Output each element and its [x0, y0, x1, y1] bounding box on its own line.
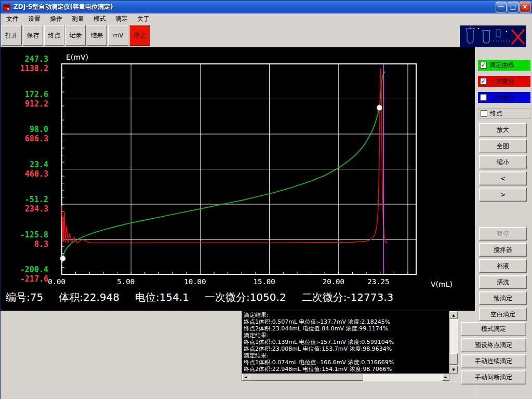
y-label-red: 1138.2 — [20, 64, 48, 73]
checkbox-endpoint[interactable] — [481, 110, 487, 117]
toolbar: 打开保存终点记录结果mV停止 — [1, 24, 532, 47]
legend-label-second-derivative: 二次微分 — [489, 93, 514, 102]
console-line: 终点2体积:23.044mL 电位值:84.0mV 浓度:99.1174% — [244, 325, 448, 332]
button-refill[interactable]: 补液 — [479, 259, 527, 273]
horizontal-scrollbar[interactable]: ◄ ► — [242, 374, 449, 381]
console-line: 终点1体积:0.139mL 电位值:-157.1mV 浓度:0.599104% — [244, 339, 448, 345]
y-label-red: 234.3 — [25, 204, 48, 214]
button-zoom-out[interactable]: 缩小 — [479, 155, 527, 169]
menu-item-about[interactable]: 关于 — [132, 14, 154, 24]
scroll-down-icon[interactable]: ▼ — [449, 366, 458, 374]
status-potential: 电位:154.1 — [135, 291, 189, 303]
x-label: 10.00 — [184, 277, 206, 286]
toolbar-button-result[interactable]: 结果 — [87, 25, 107, 46]
y-label-green: -125.8 — [20, 230, 48, 240]
menu-item-titration[interactable]: 滴定 — [111, 14, 132, 24]
button-pan-right[interactable]: > — [479, 188, 527, 202]
console-text: 滴定结果:终点1体积:0.507mL 电位值:-137.7mV 浓度:2.182… — [244, 312, 448, 373]
scroll-up-icon[interactable]: ▲ — [449, 311, 458, 319]
toolbar-button-stop[interactable]: 停止 — [129, 25, 150, 46]
y-label-green: 23.4 — [30, 160, 48, 169]
button-mode-titration[interactable]: 模式滴定 — [461, 322, 526, 336]
y-axis-title: E(mV) — [66, 53, 88, 61]
button-full-view[interactable]: 全图 — [479, 139, 527, 153]
close-button[interactable]: × — [520, 2, 530, 12]
menu-item-file[interactable]: 文件 — [2, 14, 23, 24]
y-label-red: 8.3 — [34, 240, 48, 249]
menubar: 文件设置操作测量模式滴定关于 — [1, 14, 532, 24]
minimize-button[interactable]: — — [496, 2, 507, 12]
action-buttons: 暂停搅拌器补液清洗预滴定空白滴定 — [479, 227, 527, 324]
x-label: 15.00 — [254, 277, 275, 286]
toolbar-button-save[interactable]: 保存 — [23, 25, 43, 46]
legend-row-second-derivative[interactable]: 二次微分 — [478, 92, 530, 103]
vertical-scroll-thumb[interactable] — [449, 353, 458, 365]
y-label-red: -217.6 — [20, 274, 48, 284]
x-axis-title: V(mL) — [431, 280, 453, 288]
toolbar-button-mv[interactable]: mV — [108, 25, 128, 46]
status-first-derivative: 一次微分:1050.2 — [205, 291, 286, 303]
scroll-left-icon[interactable]: ◄ — [242, 374, 249, 381]
scrollbar-corner — [449, 374, 458, 381]
y-label-green: 98.0 — [30, 125, 48, 134]
maximize-button[interactable]: □ — [508, 2, 518, 12]
menu-item-mode[interactable]: 模式 — [89, 14, 111, 24]
y-label-red: 686.3 — [25, 134, 48, 143]
legend-row-titration-curve[interactable]: ✓滴定曲线 — [478, 60, 530, 71]
checkbox-first-derivative[interactable]: ✓ — [480, 78, 487, 85]
button-manual-continuous-titration[interactable]: 手动连续滴定 — [461, 354, 526, 368]
legend-label-endpoint: 终点 — [490, 109, 502, 118]
scroll-right-icon[interactable]: ► — [442, 374, 449, 381]
y-label-green: -200.4 — [20, 265, 48, 274]
chart-area: 247.3172.698.023.4-51.2-125.8-200.41138.… — [1, 47, 475, 311]
button-pan-left[interactable]: < — [479, 171, 527, 185]
console-line: 终点2体积:23.008mL 电位值:153.7mV 浓度:98.9634% — [244, 345, 448, 352]
legend-row-first-derivative[interactable]: ✓一次微分 — [478, 76, 530, 87]
button-blank-titration[interactable]: 空白滴定 — [479, 308, 527, 321]
titration-plot: 247.3172.698.023.4-51.2-125.8-200.41138.… — [1, 47, 475, 311]
zoom-buttons: 放大全图缩小<> — [479, 123, 527, 204]
console-line: 滴定结果: — [244, 312, 448, 318]
menu-item-operation[interactable]: 操作 — [45, 14, 67, 24]
x-label: 23.25 — [367, 277, 389, 286]
legend-row-endpoint[interactable]: 终点 — [478, 108, 530, 119]
y-label-red: 460.3 — [25, 169, 48, 179]
button-pre-titration[interactable]: 预滴定 — [479, 291, 527, 305]
toolbar-buttons: 打开保存终点记录结果mV停止 — [2, 25, 150, 46]
app-icon — [3, 3, 11, 11]
y-label-green: -51.2 — [25, 195, 48, 204]
toolbar-button-endpoint[interactable]: 终点 — [44, 25, 64, 46]
menu-item-measure[interactable]: 测量 — [67, 14, 89, 24]
vertical-scrollbar[interactable]: ▲ ▼ — [449, 311, 458, 374]
legend-label-first-derivative: 一次微分 — [489, 77, 514, 86]
button-clean[interactable]: 清洗 — [479, 275, 527, 289]
mode-buttons: 模式滴定预设终点滴定手动连续滴定手动间断滴定 — [461, 322, 526, 387]
endpoint-marker — [377, 105, 382, 110]
x-label: 20.00 — [323, 277, 344, 286]
status-line: 编号:75体积:22.948电位:154.1一次微分:1050.2二次微分:-1… — [6, 290, 409, 304]
console-line: 终点1体积:0.507mL 电位值:-137.7mV 浓度:2.18245% — [244, 318, 448, 325]
button-pause[interactable]: 暂停 — [479, 227, 527, 241]
y-label-green: 247.3 — [25, 55, 48, 64]
x-label: 0.00 — [48, 277, 65, 286]
titlebar: ZDJ-5型自动滴定仪(容量电位滴定) — □ × — [1, 1, 532, 14]
button-preset-endpoint-titration[interactable]: 预设终点滴定 — [461, 338, 526, 352]
app-window: ZDJ-5型自动滴定仪(容量电位滴定) — □ × 文件设置操作测量模式滴定关于… — [0, 0, 532, 399]
button-zoom-in[interactable]: 放大 — [479, 123, 527, 137]
status-volume: 体积:22.948 — [59, 291, 119, 303]
toolbar-button-open[interactable]: 打开 — [2, 25, 22, 46]
checkbox-titration-curve[interactable]: ✓ — [480, 62, 487, 69]
button-manual-intermittent-titration[interactable]: 手动间断滴定 — [461, 370, 526, 384]
endpoint-marker — [60, 256, 65, 261]
toolbar-button-record[interactable]: 记录 — [65, 25, 86, 46]
titration-curve — [62, 72, 385, 265]
checkbox-second-derivative[interactable] — [480, 94, 487, 101]
horizontal-scroll-thumb[interactable] — [249, 374, 363, 381]
console-line: 终点2体积:22.948mL 电位值:154.1mV 浓度:98.7066% — [244, 366, 448, 373]
window-title: ZDJ-5型自动滴定仪(容量电位滴定) — [14, 3, 496, 11]
legend-label-titration-curve: 滴定曲线 — [489, 61, 514, 70]
menu-item-settings[interactable]: 设置 — [23, 14, 45, 24]
curve-legend: ✓滴定曲线✓一次微分二次微分终点 — [478, 60, 530, 124]
status-number: 编号:75 — [6, 291, 43, 303]
button-stirrer[interactable]: 搅拌器 — [479, 243, 527, 257]
